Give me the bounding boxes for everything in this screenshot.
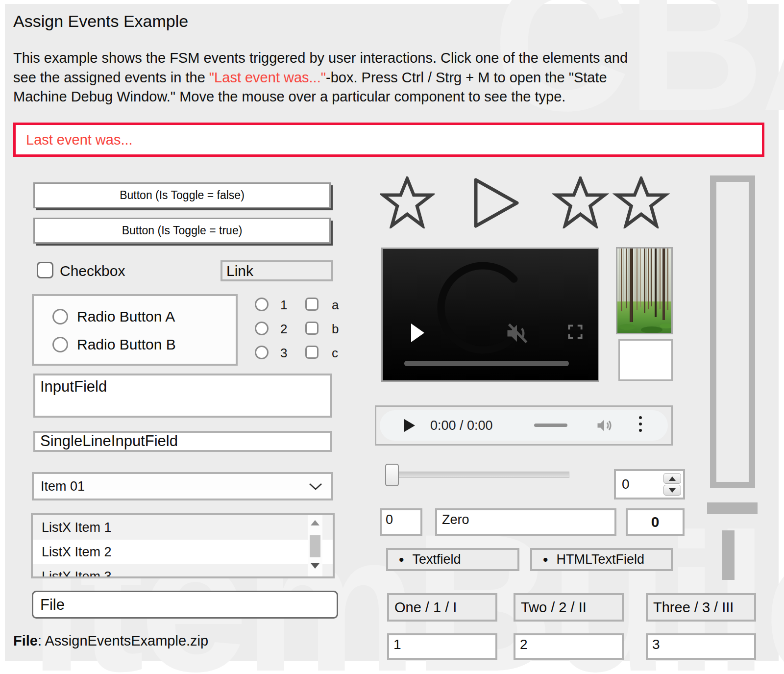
checkbox-b[interactable] [305,322,318,335]
tall-rectangle-shape [710,175,755,488]
htmltextfield-item[interactable]: • HTMLTextField [530,548,673,571]
empty-image-placeholder [618,339,673,381]
list-scrollbar[interactable] [308,515,322,576]
audio-player-pill[interactable]: 0:00 / 0:00 [380,410,668,441]
audio-volume-icon[interactable] [595,417,613,436]
spinner-down-button[interactable] [663,485,681,496]
bullet-icon: • [399,551,404,568]
checkbox-a-label: a [332,298,339,313]
video-progress-bar[interactable] [404,361,569,366]
radio-button-group: Radio Button A Radio Button B [32,294,238,366]
page: CBA ItemBuilder Assign Events Example Th… [0,0,784,674]
chevron-down-icon [309,479,322,494]
intro-line-2: see the assigned events in the "Last eve… [13,68,628,88]
scroll-thumb[interactable] [310,535,320,557]
three-input[interactable]: 3 [646,633,756,660]
arrow-up-icon [669,476,676,481]
slider-track[interactable] [393,472,569,478]
audio-play-icon[interactable] [404,419,415,432]
play-outline-icon[interactable] [472,177,521,229]
file-caption-value: : AssignEventsExample.zip [38,633,208,649]
radio-1[interactable] [255,298,269,311]
star-icon[interactable] [380,176,435,228]
number-spinner[interactable]: 0 [614,469,685,499]
video-play-icon[interactable] [411,324,424,342]
scroll-down-icon[interactable] [311,563,319,569]
bold-number-field[interactable]: 0 [626,508,685,536]
arrow-down-icon [669,488,676,493]
link[interactable]: Link [220,260,333,281]
checkbox-c[interactable] [305,346,318,359]
zero-field[interactable]: Zero [435,508,616,536]
radio-3[interactable] [255,346,269,359]
checkbox-c-label: c [332,346,338,361]
radio-1-label: 1 [280,298,287,313]
vertical-bar-shape [722,530,735,580]
single-line-input-field[interactable]: SingleLineInputField [33,431,332,452]
checkbox-b-label: b [332,322,339,337]
audio-player[interactable]: 0:00 / 0:00 [375,405,673,446]
checkbox-a[interactable] [305,298,318,311]
fullscreen-icon[interactable] [566,323,585,343]
toggle-false-button[interactable]: Button (Is Toggle = false) [33,182,331,208]
last-event-text: Last event was... [26,132,133,148]
two-input[interactable]: 2 [514,633,624,660]
audio-menu-icon[interactable] [638,416,643,432]
file-caption: File: AssignEventsExample.zip [13,633,208,649]
intro-red-highlight: "Last event was..." [209,70,326,85]
three-button[interactable]: Three / 3 / III [646,593,756,622]
list-item[interactable]: ListX Item 3 [33,564,333,578]
listx: ListX Item 1 ListX Item 2 ListX Item 3 [31,513,335,578]
file-caption-label: File [13,633,38,649]
checkbox[interactable] [37,262,53,278]
slider-thumb[interactable] [385,464,399,486]
spinner-up-button[interactable] [663,473,681,484]
list-item[interactable]: ListX Item 1 [33,515,333,540]
radio-b[interactable] [52,337,68,352]
small-number-field[interactable]: 0 [380,508,422,536]
star-icon[interactable] [552,176,609,228]
horizontal-bar-shape [707,502,758,514]
spinner-value: 0 [618,473,663,496]
htmltextfield-item-label: HTMLTextField [557,552,645,567]
scroll-up-icon[interactable] [311,520,319,525]
textfield-item[interactable]: • Textfield [386,548,519,571]
radio-2-label: 2 [280,322,287,337]
one-button[interactable]: One / 1 / I [387,593,497,622]
radio-2[interactable] [255,322,269,335]
bullet-icon: • [543,551,548,568]
video-player[interactable] [381,248,599,382]
intro-line-3: Machine Debug Window." Move the mouse ov… [13,87,628,107]
radio-b-label: Radio Button B [77,336,176,353]
radio-3-label: 3 [280,346,287,361]
star-icon[interactable] [612,176,670,228]
video-mute-icon[interactable] [504,321,530,348]
intro-line-1: This example shows the FSM events trigge… [13,49,628,68]
list-item[interactable]: ListX Item 2 [33,540,333,564]
input-field[interactable]: InputField [33,374,332,418]
checkbox-label: Checkbox [60,263,125,279]
textfield-item-label: Textfield [413,552,461,567]
radio-a[interactable] [52,309,68,325]
audio-time: 0:00 / 0:00 [430,418,493,433]
intro-paragraph: This example shows the FSM events trigge… [13,49,628,107]
page-title: Assign Events Example [13,12,188,31]
last-event-box: Last event was... [13,123,764,157]
radio-a-label: Radio Button A [77,308,175,325]
two-button[interactable]: Two / 2 / II [514,593,624,622]
dropdown[interactable]: Item 01 [32,472,333,500]
audio-progress-bar[interactable] [534,424,567,427]
file-input[interactable]: File [32,591,338,619]
dropdown-selected-value: Item 01 [41,479,85,494]
one-input[interactable]: 1 [387,633,497,660]
toggle-true-button[interactable]: Button (Is Toggle = true) [33,218,331,244]
forest-image[interactable] [616,247,673,334]
